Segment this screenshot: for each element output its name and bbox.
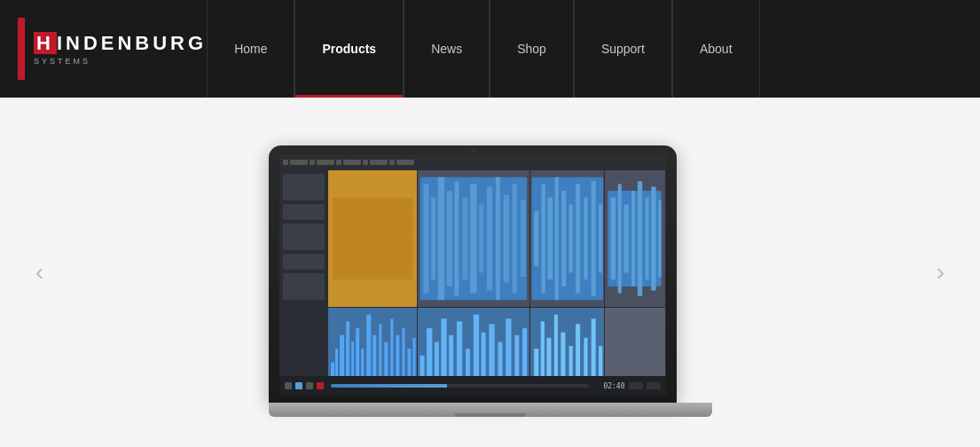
transport-record bbox=[317, 382, 324, 389]
nav-about[interactable]: About bbox=[672, 0, 760, 98]
svg-rect-8 bbox=[431, 198, 435, 279]
svg-rect-26 bbox=[561, 191, 566, 286]
toolbar-dot-5 bbox=[336, 160, 341, 165]
transport-play bbox=[295, 382, 302, 389]
track-cell-2-4 bbox=[605, 308, 665, 376]
daw-toolbar bbox=[279, 154, 666, 170]
svg-rect-80 bbox=[546, 338, 551, 376]
logo-text-block: HINDENBURG SYSTEMS bbox=[34, 32, 207, 66]
svg-rect-18 bbox=[513, 184, 517, 293]
svg-rect-27 bbox=[568, 205, 572, 273]
svg-rect-75 bbox=[522, 328, 527, 376]
svg-rect-73 bbox=[506, 318, 511, 376]
daw-tracks bbox=[328, 170, 666, 376]
daw-sidebar bbox=[279, 170, 328, 376]
toolbar-dot-9 bbox=[389, 160, 395, 165]
waveform-blue-row2-1 bbox=[328, 308, 418, 376]
svg-rect-41 bbox=[659, 200, 662, 277]
svg-rect-86 bbox=[591, 318, 595, 376]
svg-rect-14 bbox=[479, 205, 483, 273]
svg-rect-55 bbox=[390, 318, 393, 376]
svg-rect-15 bbox=[487, 186, 492, 290]
svg-rect-35 bbox=[618, 184, 622, 293]
svg-rect-82 bbox=[561, 333, 565, 376]
svg-rect-44 bbox=[331, 363, 334, 376]
toolbar-dot-6 bbox=[343, 160, 361, 165]
svg-rect-50 bbox=[361, 349, 364, 376]
waveform-blue-row2-3 bbox=[530, 308, 605, 376]
toolbar-dot-3 bbox=[310, 160, 315, 165]
daw-screen: 02:40 bbox=[279, 154, 666, 396]
sidebar-block-3 bbox=[283, 224, 325, 250]
sidebar-block-4 bbox=[283, 254, 325, 270]
toolbar-dot-1 bbox=[283, 160, 288, 165]
svg-rect-38 bbox=[638, 181, 642, 295]
svg-rect-30 bbox=[591, 181, 595, 295]
svg-rect-56 bbox=[396, 335, 399, 376]
laptop-screen-outer: 02:40 bbox=[269, 145, 677, 403]
waveform-blue-2 bbox=[530, 170, 605, 307]
svg-rect-81 bbox=[554, 315, 558, 376]
track-cell-1-3 bbox=[530, 170, 606, 307]
carousel-prev-button[interactable]: ‹ bbox=[27, 249, 52, 295]
svg-rect-4 bbox=[333, 198, 412, 279]
logo-sub: SYSTEMS bbox=[34, 57, 207, 66]
svg-rect-22 bbox=[534, 211, 538, 266]
sidebar-block-5 bbox=[283, 273, 325, 300]
transport-rewind bbox=[285, 382, 292, 389]
svg-rect-64 bbox=[435, 342, 439, 377]
track-cell-1-2 bbox=[418, 170, 530, 307]
svg-rect-78 bbox=[534, 349, 538, 376]
nav-products[interactable]: Products bbox=[294, 0, 404, 98]
carousel-next-button[interactable]: › bbox=[928, 249, 953, 295]
svg-rect-70 bbox=[482, 333, 486, 376]
waveform-blue-row2-2 bbox=[418, 308, 529, 376]
svg-rect-46 bbox=[340, 335, 344, 376]
svg-rect-68 bbox=[466, 349, 470, 376]
svg-rect-36 bbox=[624, 205, 629, 273]
logo-h: H bbox=[34, 32, 57, 54]
track-cell-2-2 bbox=[418, 308, 530, 376]
track-cell-1-1 bbox=[328, 170, 419, 307]
transport-progress-bar bbox=[331, 384, 590, 388]
main-nav: Home Products News Shop Support About bbox=[207, 0, 980, 98]
svg-rect-23 bbox=[541, 184, 545, 293]
track-row-1 bbox=[328, 170, 666, 308]
svg-rect-59 bbox=[412, 338, 415, 376]
svg-rect-47 bbox=[346, 321, 349, 376]
svg-rect-87 bbox=[599, 346, 602, 376]
transport-time: 02:40 bbox=[603, 382, 624, 390]
svg-rect-10 bbox=[447, 191, 452, 286]
svg-rect-53 bbox=[379, 324, 381, 376]
waveform-blue-1 bbox=[418, 170, 529, 307]
svg-rect-72 bbox=[498, 342, 503, 377]
toolbar-dot-2 bbox=[290, 160, 308, 165]
daw-body bbox=[279, 170, 666, 376]
nav-shop[interactable]: Shop bbox=[490, 0, 574, 98]
transport-progress-fill bbox=[331, 384, 447, 388]
nav-news[interactable]: News bbox=[404, 0, 490, 98]
logo-red-bar bbox=[18, 18, 25, 80]
svg-rect-37 bbox=[632, 191, 636, 286]
svg-rect-7 bbox=[423, 184, 428, 293]
svg-rect-45 bbox=[335, 349, 338, 376]
svg-rect-62 bbox=[420, 356, 425, 376]
sidebar-block-2 bbox=[283, 204, 325, 220]
nav-support[interactable]: Support bbox=[574, 0, 672, 98]
svg-rect-79 bbox=[540, 321, 544, 376]
svg-rect-40 bbox=[652, 186, 656, 290]
transport-extra-1 bbox=[629, 382, 643, 389]
svg-rect-17 bbox=[504, 195, 509, 283]
svg-rect-58 bbox=[407, 349, 411, 376]
nav-home[interactable]: Home bbox=[207, 0, 294, 98]
svg-rect-19 bbox=[521, 200, 526, 277]
webcam-dot bbox=[470, 149, 474, 153]
svg-rect-63 bbox=[427, 328, 432, 376]
svg-rect-67 bbox=[457, 321, 462, 376]
svg-rect-52 bbox=[372, 335, 376, 376]
svg-rect-11 bbox=[455, 181, 459, 295]
svg-rect-31 bbox=[599, 205, 602, 273]
sidebar-block-1 bbox=[283, 174, 325, 200]
waveform-gold bbox=[328, 170, 418, 307]
waveform-blue-3 bbox=[605, 170, 664, 307]
